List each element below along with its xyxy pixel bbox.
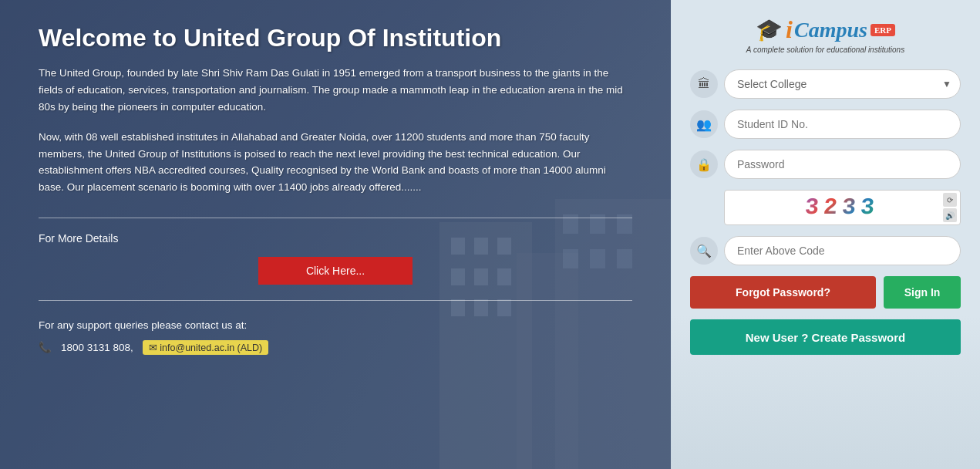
student-id-input[interactable] [724, 110, 961, 139]
auth-buttons-row: Forgot Password? Sign In [690, 276, 961, 309]
click-here-button[interactable]: Click Here... [258, 257, 413, 285]
captcha-refresh-group: ⟳ 🔊 [943, 193, 957, 222]
logo-erp-badge: ERP [871, 24, 895, 36]
college-select-wrapper: Select College ▼ [724, 69, 961, 99]
forgot-password-button[interactable]: Forgot Password? [690, 276, 876, 309]
college-icon: 🏛 [690, 70, 718, 98]
captcha-audio-button[interactable]: 🔊 [943, 208, 957, 222]
captcha-input[interactable] [724, 236, 961, 265]
left-panel: Welcome to United Group Of Institution T… [0, 0, 671, 469]
for-more-details-label: For More Details [39, 232, 632, 245]
description-para1: The United Group, founded by late Shri S… [39, 65, 632, 115]
search-icon: 🔍 [690, 237, 718, 265]
lock-icon: 🔒 [690, 150, 718, 178]
logo-subtitle: A complete solution for educational inst… [746, 46, 904, 54]
contact-line: 📞 1800 3131 808, ✉ info@united.ac.in (AL… [39, 340, 632, 355]
phone-number: 1800 3131 808, [61, 342, 133, 353]
support-text: For any support queries please contact u… [39, 319, 632, 331]
logo-hat-icon: 🎓 [756, 17, 783, 42]
student-id-row: 👥 [690, 110, 961, 139]
student-icon: 👥 [690, 110, 718, 138]
college-select[interactable]: Select College [724, 69, 961, 99]
captcha-row: 3233 ⟳ 🔊 [690, 190, 961, 225]
captcha-value: 3233 [804, 194, 881, 221]
logo-i: i [786, 15, 793, 44]
email-icon: ✉ info@united.ac.in (ALD) [143, 340, 268, 355]
logo-campus: Campus [794, 18, 867, 42]
logo-area: 🎓 iCampusERP A complete solution for edu… [746, 15, 904, 54]
password-input[interactable] [724, 150, 961, 179]
right-panel: 🎓 iCampusERP A complete solution for edu… [671, 0, 980, 469]
divider2 [39, 300, 632, 301]
sign-in-button[interactable]: Sign In [884, 276, 961, 309]
description-para2: Now, with 08 well established institutes… [39, 129, 632, 195]
phone-icon: 📞 [39, 341, 52, 353]
captcha-refresh-button[interactable]: ⟳ [943, 193, 957, 207]
new-user-button[interactable]: New User ? Create Password [690, 319, 961, 355]
password-row: 🔒 [690, 150, 961, 179]
divider1 [39, 218, 632, 218]
college-select-row: 🏛 Select College ▼ [690, 69, 961, 99]
page-title: Welcome to United Group Of Institution [39, 23, 632, 52]
captcha-box: 3233 ⟳ 🔊 [724, 190, 961, 225]
captcha-input-row: 🔍 [690, 236, 961, 265]
